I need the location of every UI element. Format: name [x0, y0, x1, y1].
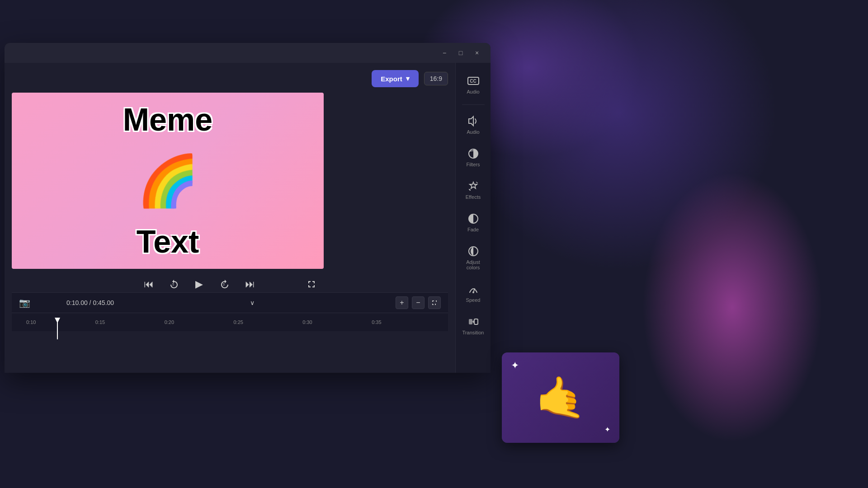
marker-3: 0:25	[233, 319, 302, 325]
skip-forward-button[interactable]: ⏭	[242, 276, 258, 292]
filters-icon	[467, 147, 480, 160]
timeline-collapse-chevron[interactable]: ∨	[250, 299, 255, 306]
adjust-colors-label: Adjust colors	[462, 259, 485, 270]
canvas-rainbow-emoji: 🌈	[137, 156, 199, 206]
total-time: 0:45.00	[93, 299, 114, 306]
fit-timeline-button[interactable]	[428, 296, 441, 309]
sparkle-top-icon: ✦	[511, 360, 519, 371]
speed-label: Speed	[466, 297, 481, 303]
adjust-colors-icon	[467, 245, 480, 258]
effects-icon	[467, 180, 480, 192]
skip-back-button[interactable]: ⏮	[141, 276, 157, 292]
transition-label: Transition	[462, 330, 484, 335]
fade-label: Fade	[467, 227, 479, 232]
video-canvas: Meme 🌈 Text	[12, 93, 324, 269]
aspect-ratio-badge: 16:9	[424, 72, 448, 85]
bg-blob-3	[642, 172, 823, 443]
transition-icon	[467, 315, 480, 328]
canvas-text-text: Text	[137, 224, 199, 260]
timeline-header: 📷 0:10.00 / 0:45.00 ∨ + −	[12, 293, 448, 313]
filters-label: Filters	[467, 162, 480, 167]
sidebar-item-effects[interactable]: Effects	[458, 175, 489, 204]
captions-label: Audio	[467, 89, 479, 94]
svg-point-5	[472, 291, 474, 293]
sidebar-item-fade[interactable]: Fade	[458, 208, 489, 237]
screen-record-icon[interactable]: 📷	[19, 297, 30, 308]
effects-label: Effects	[466, 194, 481, 200]
preview-section: Export ▾ 16:9 Meme 🌈 Text ⏮ 5	[5, 63, 455, 373]
window-controls: − □ ×	[438, 47, 483, 59]
app-window: − □ × Export ▾ 16:9 Meme 🌈 Text	[5, 43, 491, 373]
character-emoji: 🤙	[535, 377, 586, 418]
export-chevron-icon: ▾	[406, 75, 410, 83]
playhead	[57, 318, 58, 339]
right-sidebar: CC Audio Audio	[455, 63, 491, 373]
forward-5s-button[interactable]: 5	[217, 276, 233, 292]
marker-0: 0:10	[26, 319, 95, 325]
captions-icon: CC	[467, 75, 480, 87]
minimize-button[interactable]: −	[438, 47, 451, 59]
speed-icon	[467, 283, 480, 296]
fullscreen-button[interactable]	[303, 276, 320, 292]
marker-4: 0:30	[302, 319, 372, 325]
rewind-5s-button[interactable]: 5	[166, 276, 182, 292]
export-button[interactable]: Export ▾	[372, 70, 419, 87]
svg-text:5: 5	[223, 283, 225, 286]
marker-5: 0:35	[372, 319, 441, 325]
content-area: Export ▾ 16:9 Meme 🌈 Text ⏮ 5	[5, 63, 491, 373]
svg-text:5: 5	[172, 283, 174, 286]
canvas-text-meme: Meme	[123, 102, 212, 138]
export-label: Export	[381, 75, 402, 83]
top-bar: Export ▾ 16:9	[12, 70, 448, 87]
audio-label: Audio	[467, 129, 479, 135]
sidebar-item-captions[interactable]: CC Audio	[458, 70, 489, 99]
divider-1	[462, 104, 485, 105]
zoom-out-button[interactable]: −	[412, 296, 425, 309]
sparkle-bottom-icon: ✦	[604, 425, 610, 434]
timeline-ruler: 0:10 0:15 0:20 0:25 0:30 0:35	[12, 313, 448, 331]
sidebar-item-speed[interactable]: Speed	[458, 278, 489, 307]
ruler-markers: 0:10 0:15 0:20 0:25 0:30 0:35	[26, 319, 441, 325]
timeline-section: 📷 0:10.00 / 0:45.00 ∨ + −	[12, 292, 448, 331]
play-button[interactable]: ▶	[191, 276, 208, 292]
marker-1: 0:15	[95, 319, 165, 325]
svg-rect-7	[474, 319, 478, 324]
close-button[interactable]: ×	[471, 47, 483, 59]
timeline-time: 0:10.00 / 0:45.00	[66, 299, 114, 306]
timeline-track-area: 0:10 0:15 0:20 0:25 0:30 0:35	[26, 319, 441, 325]
zoom-in-button[interactable]: +	[396, 296, 408, 309]
maximize-button[interactable]: □	[454, 47, 467, 59]
playback-controls: ⏮ 5 ▶ 5 ⏭	[12, 276, 448, 292]
audio-icon	[467, 115, 480, 127]
title-bar: − □ ×	[5, 43, 491, 63]
sidebar-item-adjust-colors[interactable]: Adjust colors	[458, 240, 489, 275]
current-time: 0:10.00	[66, 299, 88, 306]
fade-icon	[467, 212, 480, 225]
svg-rect-6	[469, 319, 472, 324]
thumbnail-popup: ✦ 🤙 ✦	[502, 352, 619, 443]
sidebar-item-filters[interactable]: Filters	[458, 143, 489, 172]
timeline-controls-right: + −	[396, 296, 441, 309]
sidebar-item-audio[interactable]: Audio	[458, 110, 489, 139]
marker-2: 0:20	[165, 319, 234, 325]
sidebar-item-transition[interactable]: Transition	[458, 311, 489, 340]
